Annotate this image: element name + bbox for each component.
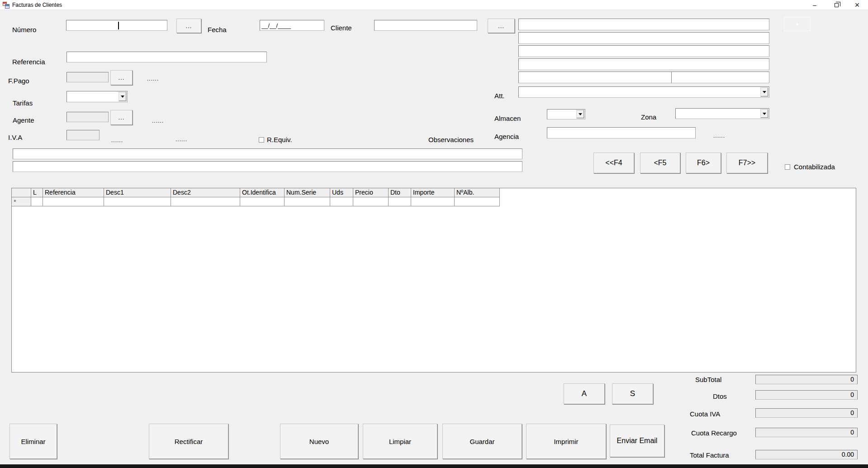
client-address2-input[interactable] [518, 45, 769, 57]
cliente-input[interactable] [374, 20, 477, 31]
guardar-button[interactable]: Guardar [442, 424, 522, 459]
column-header-referencia[interactable]: Referencia [43, 188, 104, 197]
agente-label: Agente [13, 116, 34, 124]
nav-f4-button[interactable]: <<F4 [593, 153, 634, 173]
grid-cell[interactable] [411, 197, 455, 206]
agencia-dots-label: ...... [713, 133, 725, 139]
grid-cell[interactable] [389, 197, 411, 206]
column-header-rowselector[interactable] [12, 188, 31, 197]
referencia-label: Referencia [12, 58, 45, 66]
cuota-recargo-label: Cuota Recargo [691, 429, 737, 437]
dropdown-arrow-icon[interactable] [576, 110, 584, 119]
agencia-input[interactable] [547, 127, 696, 138]
text-caret [118, 22, 119, 29]
restore-button[interactable] [830, 0, 843, 10]
triangle-icon [121, 96, 124, 98]
column-header-numserie[interactable]: Num.Serie [285, 188, 330, 197]
minimize-button[interactable]: – [808, 0, 821, 10]
dropdown-arrow-icon[interactable] [760, 109, 768, 118]
fpago-dots-label: ...... [147, 76, 159, 82]
restore-icon [835, 3, 839, 7]
dropdown-arrow-icon[interactable] [119, 92, 127, 101]
grid-cell[interactable] [31, 197, 43, 206]
enviar-email-button[interactable]: Enviar Email [610, 425, 664, 457]
new-row-marker: * [12, 197, 31, 206]
grid-header-row: L Referencia Desc1 Desc2 Ot.Identifica N… [12, 188, 856, 197]
almacen-label: Almacen [494, 115, 521, 122]
grid-cell[interactable] [240, 197, 285, 206]
total-factura-label: Total Factura [690, 451, 729, 459]
nuevo-button[interactable]: Nuevo [280, 424, 358, 459]
att-label: Att. [494, 92, 505, 100]
subtotal-label: SubTotal [695, 376, 721, 383]
s-button[interactable]: S [612, 383, 653, 404]
fpago-label: F.Pago [8, 77, 29, 85]
nav-f6-button[interactable]: F6> [686, 153, 721, 173]
agente-input[interactable] [66, 112, 109, 122]
zona-select[interactable] [675, 108, 769, 119]
tarifas-label: Tarifas [13, 99, 33, 107]
app-icon [3, 2, 9, 9]
hidden-button[interactable] [784, 17, 811, 31]
client-phone-input[interactable] [518, 72, 672, 83]
eliminar-button[interactable]: Eliminar [9, 424, 57, 459]
column-header-uds[interactable]: Uds [330, 188, 353, 197]
cliente-label: Cliente [331, 24, 352, 32]
dtos-label: Dtos [713, 392, 727, 400]
cuota-recargo-value: 0 [755, 428, 858, 437]
requiv-label: R.Equiv. [267, 136, 292, 143]
grid-cell[interactable] [353, 197, 389, 206]
client-nif-input[interactable] [671, 72, 769, 83]
almacen-select[interactable] [547, 109, 585, 119]
observaciones-input-1[interactable] [13, 148, 522, 159]
fecha-input[interactable] [260, 20, 324, 31]
rectificar-button[interactable]: Rectificar [149, 424, 228, 459]
imprimir-button[interactable]: Imprimir [526, 424, 606, 459]
att-select[interactable] [518, 86, 769, 98]
triangle-icon [579, 113, 582, 115]
referencia-input[interactable] [66, 52, 267, 62]
grid-cell[interactable] [43, 197, 104, 206]
iva-dots-label-1: ...... [111, 137, 123, 143]
column-header-dto[interactable]: Dto [389, 188, 411, 197]
client-address-input[interactable] [518, 32, 769, 44]
observaciones-input-2[interactable] [13, 161, 522, 172]
column-header-nalb[interactable]: NºAlb. [455, 188, 500, 197]
nav-f5-button[interactable]: <F5 [640, 153, 680, 173]
column-header-l[interactable]: L [31, 188, 43, 197]
window-title: Facturas de Clientes [12, 2, 62, 8]
grid-cell[interactable] [104, 197, 171, 206]
fecha-label: Fecha [208, 26, 227, 33]
client-city-input[interactable] [518, 58, 769, 70]
agente-browse-button[interactable]: ... [110, 110, 133, 125]
close-button[interactable]: × [850, 0, 864, 10]
grid-cell[interactable] [455, 197, 500, 206]
column-header-desc2[interactable]: Desc2 [171, 188, 240, 197]
grid-cell[interactable] [330, 197, 353, 206]
contabilizada-label: Contabilizada [794, 163, 835, 171]
tarifas-select[interactable] [66, 91, 128, 102]
numero-browse-button[interactable]: ... [176, 19, 201, 33]
column-header-importe[interactable]: Importe [411, 188, 455, 197]
dtos-value: 0 [755, 390, 858, 400]
dot-icon [796, 23, 798, 25]
numero-input[interactable] [66, 20, 167, 31]
a-button[interactable]: A [564, 383, 605, 404]
iva-input[interactable] [66, 130, 100, 140]
grid-cell[interactable] [285, 197, 330, 206]
zona-label: Zona [641, 113, 656, 121]
column-header-desc1[interactable]: Desc1 [104, 188, 171, 197]
grid-cell[interactable] [171, 197, 240, 206]
fpago-browse-button[interactable]: ... [110, 70, 133, 85]
requiv-checkbox[interactable] [259, 137, 264, 143]
column-header-precio[interactable]: Precio [353, 188, 389, 197]
client-name-input[interactable] [518, 19, 769, 30]
dropdown-arrow-icon[interactable] [760, 87, 768, 97]
contabilizada-checkbox[interactable] [785, 164, 790, 170]
column-header-otidentifica[interactable]: Ot.Identifica [240, 188, 285, 197]
limpiar-button[interactable]: Limpiar [363, 424, 437, 459]
fpago-input[interactable] [66, 72, 109, 82]
cliente-browse-button[interactable]: ... [488, 19, 515, 33]
nav-f7-button[interactable]: F7>> [726, 153, 768, 173]
total-factura-value: 0.00 [755, 450, 858, 459]
